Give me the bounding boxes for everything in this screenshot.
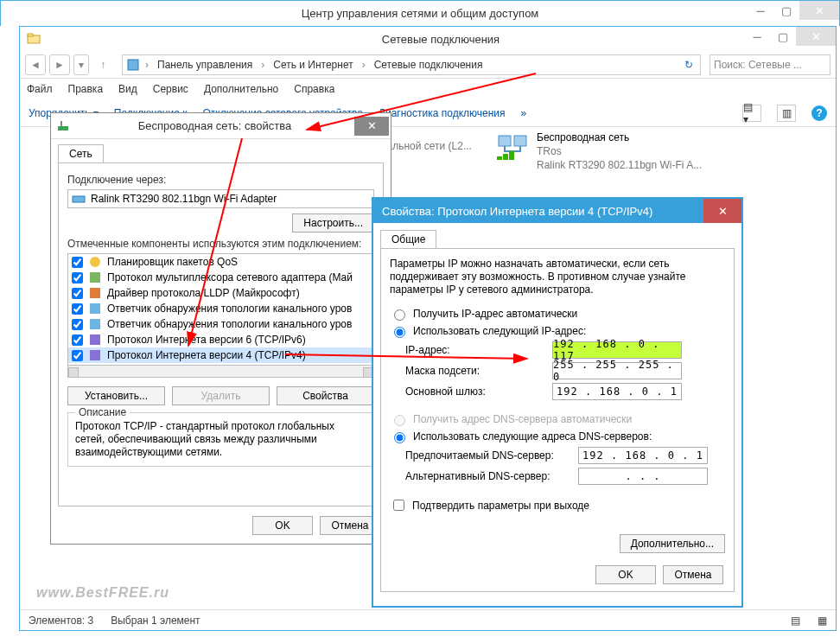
maximize-button[interactable]: ▢ [773, 1, 799, 20]
view-options-button[interactable]: ▤ ▾ [742, 105, 761, 122]
refresh-icon[interactable]: ↻ [681, 59, 697, 71]
watermark: www.BestFREE.ru [36, 585, 169, 601]
component-item[interactable]: Ответчик обнаружения топологии канальног… [68, 316, 373, 332]
cancel-button[interactable]: Отмена [663, 565, 723, 584]
menu-bar: Файл Правка Вид Сервис Дополнительно Спр… [20, 79, 836, 99]
svg-rect-1 [28, 34, 33, 36]
details-view-icon[interactable]: ▤ [791, 615, 800, 627]
ipv4-properties-dialog: Свойства: Протокол Интернета версии 4 (T… [372, 197, 743, 608]
description-group: Описание Протокол TCP/IP - стандартный п… [67, 412, 374, 467]
help-icon[interactable]: ? [811, 105, 827, 121]
svg-rect-10 [73, 196, 85, 202]
close-button[interactable]: ✕ [354, 117, 389, 136]
dns2-label: Альтернативный DNS-сервер: [405, 470, 578, 482]
tiles-view-icon[interactable]: ▦ [818, 615, 827, 627]
window-controls: ─ ▢ ✕ [744, 27, 836, 46]
history-dropdown[interactable]: ▾ [73, 54, 89, 75]
subnet-mask-field[interactable]: 255 . 255 . 255 . 0 [552, 362, 682, 379]
svg-rect-2 [128, 60, 138, 70]
tab-general[interactable]: Общие [380, 230, 436, 248]
breadcrumb-item[interactable]: Панель управления [154, 59, 256, 71]
dialog-title: Свойства: Протокол Интернета версии 4 (T… [382, 205, 703, 218]
protocol-icon [88, 286, 102, 300]
breadcrumb-item[interactable]: Сеть и Интернет [270, 59, 356, 71]
component-item[interactable]: Протокол Интернета версии 6 (TCP/IPv6) [68, 332, 373, 347]
close-button[interactable]: ✕ [799, 1, 839, 20]
back-button[interactable]: ◄ [25, 54, 46, 75]
maximize-button[interactable]: ▢ [770, 27, 796, 46]
install-button[interactable]: Установить... [67, 386, 165, 405]
search-input[interactable]: Поиск: Сетевые ... [710, 54, 830, 75]
svg-rect-5 [497, 156, 502, 160]
navigation-bar: ◄ ► ▾ ↑ › Панель управления › Сеть и Инт… [20, 51, 836, 79]
configure-button[interactable]: Настроить... [292, 213, 374, 233]
up-button[interactable]: ↑ [92, 54, 113, 75]
dns2-field[interactable]: . . . [578, 468, 708, 485]
status-bar: Элементов: 3 Выбран 1 элемент ▤ ▦ [20, 609, 836, 630]
dialog-title: Беспроводная сеть: свойства [75, 119, 354, 132]
svg-rect-12 [90, 272, 100, 283]
protocol-icon [88, 271, 102, 284]
svg-rect-16 [90, 334, 100, 345]
components-label: Отмеченные компоненты используются этим … [67, 238, 374, 250]
diagnose-button[interactable]: Диагностика подключения [379, 107, 506, 119]
connection-name: Беспроводная сеть [537, 131, 702, 144]
dns1-label: Предпочитаемый DNS-сервер: [405, 449, 578, 462]
tab-network[interactable]: Сеть [58, 144, 104, 162]
gateway-field[interactable]: 192 . 168 . 0 . 1 [552, 383, 682, 400]
minimize-button[interactable]: ─ [748, 1, 773, 20]
network-center-window: Центр управления сетями и общим доступом… [0, 0, 840, 26]
menu-advanced[interactable]: Дополнительно [204, 83, 278, 95]
forward-button[interactable]: ► [49, 54, 70, 75]
ip-address-label: IP-адрес: [405, 344, 552, 356]
window-title: Сетевые подключения [46, 33, 836, 46]
nic-icon [72, 192, 86, 206]
gateway-label: Основной шлюз: [405, 385, 552, 398]
radio-use-dns[interactable]: Использовать следующие адреса DNS-сервер… [390, 430, 725, 443]
more-chevron[interactable]: » [521, 107, 527, 119]
control-panel-icon [126, 58, 140, 72]
component-item[interactable]: Драйвер протокола LLDP (Майкрософт) [68, 285, 373, 301]
status-selected: Выбран 1 элемент [111, 615, 200, 627]
component-item-ipv4[interactable]: Протокол Интернета версии 4 (TCP/IPv4) [68, 347, 373, 363]
network-center-title: Центр управления сетями и общим доступом [1, 7, 839, 20]
component-item[interactable]: Планировщик пакетов QoS [68, 254, 373, 270]
svg-rect-8 [58, 126, 68, 131]
minimize-button[interactable]: ─ [744, 27, 770, 46]
remove-button: Удалить [172, 386, 270, 405]
svg-rect-6 [503, 154, 508, 160]
intro-text: Параметры IP можно назначать автоматичес… [390, 258, 725, 296]
svg-rect-7 [509, 151, 514, 160]
ip-address-field[interactable]: 192 . 168 . 0 . 117 [552, 341, 682, 359]
breadcrumb-item[interactable]: Сетевые подключения [371, 59, 487, 71]
menu-file[interactable]: Файл [27, 83, 53, 95]
close-button[interactable]: ✕ [703, 199, 741, 223]
breadcrumb[interactable]: › Панель управления › Сеть и Интернет › … [122, 54, 701, 75]
components-list[interactable]: Планировщик пакетов QoS Протокол мультип… [67, 253, 374, 366]
ok-button[interactable]: OK [595, 565, 656, 584]
ok-button[interactable]: OK [252, 516, 313, 535]
connection-ssid: TRos [537, 144, 702, 158]
properties-button[interactable]: Свойства [277, 386, 374, 405]
component-item[interactable]: Ответчик обнаружения топологии канальног… [68, 301, 373, 316]
svg-point-11 [90, 257, 100, 267]
menu-view[interactable]: Вид [118, 83, 137, 95]
menu-service[interactable]: Сервис [153, 83, 188, 95]
radio-auto-ip[interactable]: Получить IP-адрес автоматически [390, 307, 725, 321]
connection-item-wireless[interactable]: Беспроводная сеть TRos Ralink RT3290 802… [495, 131, 702, 172]
preview-pane-button[interactable]: ▥ [777, 105, 796, 122]
protocol-icon [88, 348, 102, 362]
dns1-field[interactable]: 192 . 168 . 0 . 1 [578, 447, 708, 464]
svg-rect-4 [514, 136, 526, 146]
network-adapter-icon [495, 131, 530, 165]
connect-using-label: Подключение через: [67, 174, 374, 186]
subnet-mask-label: Маска подсети: [405, 365, 552, 377]
advanced-button[interactable]: Дополнительно... [620, 534, 725, 553]
menu-edit[interactable]: Правка [68, 83, 104, 95]
close-button[interactable]: ✕ [796, 27, 836, 46]
horizontal-scrollbar[interactable] [67, 366, 374, 378]
menu-help[interactable]: Справка [294, 83, 334, 95]
component-item[interactable]: Протокол мультиплексора сетевого адаптер… [68, 270, 373, 285]
confirm-on-exit-checkbox[interactable]: Подтвердить параметры при выходе [390, 497, 725, 513]
radio-use-ip[interactable]: Использовать следующий IP-адрес: [390, 324, 725, 338]
